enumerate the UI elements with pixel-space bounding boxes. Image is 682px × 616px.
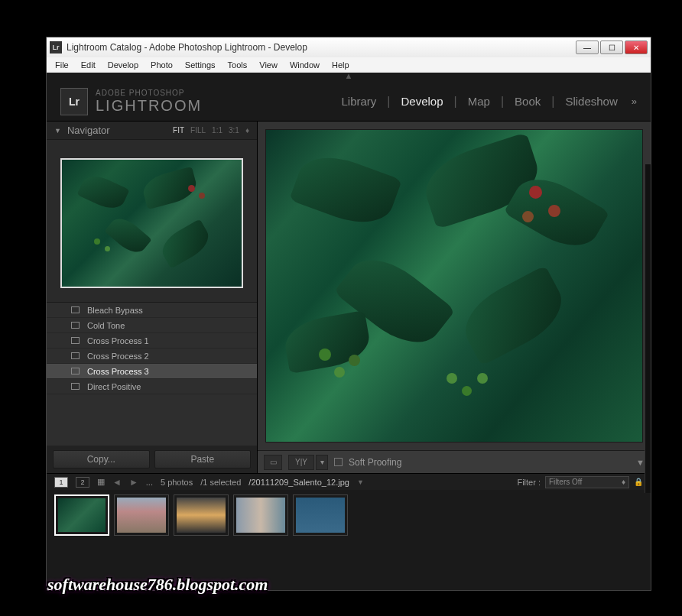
menu-window[interactable]: Window [284,59,325,71]
preset-icon [71,337,80,344]
preset-label: Bleach Bypass [87,306,143,315]
menu-develop[interactable]: Develop [102,59,144,71]
filmstrip[interactable] [47,490,651,540]
menu-settings[interactable]: Settings [180,59,221,71]
module-library[interactable]: Library [336,95,381,108]
zoom-more-icon[interactable]: ♦ [245,126,249,135]
filmstrip-thumb[interactable] [233,494,288,536]
brand-subtitle: ADOBE PHOTOSHOP [96,89,202,97]
menu-view[interactable]: View [254,59,283,71]
compare-button[interactable]: Y|Y [288,455,314,470]
selected-count: /1 selected [200,478,241,487]
module-picker: Library | Develop | Map | Book | Slidesh… [336,95,637,109]
center-panel: ▭ Y|Y ▾ Soft Proofing ▼ [258,122,651,473]
copy-paste-bar: Copy... Paste [47,446,257,473]
right-panel-toggle[interactable] [645,164,651,493]
module-map[interactable]: Map [463,95,495,108]
collapse-icon: ▼ [54,127,61,135]
module-slideshow[interactable]: Slideshow [560,95,622,108]
menu-help[interactable]: Help [326,59,355,71]
photo-count: 5 photos [161,478,193,487]
navigator-title: Navigator [67,125,110,136]
preset-label: Cross Process 3 [87,367,149,376]
preset-item[interactable]: Cross Process 2 [47,349,257,364]
compare-group: Y|Y ▾ [288,455,328,470]
window-controls: — ☐ ✕ [576,41,648,54]
brand-text: ADOBE PHOTOSHOP LIGHTROOM [96,89,202,115]
preset-item[interactable]: Cold Tone [47,318,257,333]
navigator-preview[interactable] [60,158,243,288]
filter-dropdown-icon: ♦ [622,478,625,486]
top-panel-toggle[interactable]: ▲ [47,73,651,82]
titlebar: Lr Lightroom Catalog - Adobe Photoshop L… [47,37,651,57]
menu-edit[interactable]: Edit [76,59,101,71]
preset-icon [71,352,80,359]
preset-icon [71,368,80,374]
preset-label: Cold Tone [87,321,125,330]
identity-plate: Lr ADOBE PHOTOSHOP LIGHTROOM Library | D… [47,82,651,122]
preset-icon [71,322,80,329]
grid-icon[interactable]: ▦ [97,477,105,487]
left-panel: ▼ Navigator FIT FILL 1:1 3:1 ♦ [47,122,258,473]
toolbar-expand-icon[interactable]: ▼ [636,458,645,467]
workspace: ▲ Lr ADOBE PHOTOSHOP LIGHTROOM Library |… [47,73,651,590]
screen-2-button[interactable]: 2 [76,477,89,488]
filmstrip-thumb[interactable] [293,494,348,536]
filmstrip-thumb[interactable] [174,494,229,536]
menubar: File Edit Develop Photo Settings Tools V… [47,57,651,73]
menu-photo[interactable]: Photo [145,59,178,71]
zoom-fill[interactable]: FILL [190,126,206,135]
soft-proofing-checkbox[interactable] [334,458,343,466]
filmstrip-thumb[interactable] [54,494,109,536]
nav-ellipsis: ... [146,478,153,487]
close-button[interactable]: ✕ [625,41,648,54]
soft-proofing-label: Soft Proofing [349,457,401,468]
preset-item[interactable]: Direct Positive [47,379,257,394]
main-image-view[interactable] [265,129,643,443]
zoom-11[interactable]: 1:1 [212,126,222,135]
copy-button[interactable]: Copy... [53,450,150,468]
menu-tools[interactable]: Tools [222,59,253,71]
module-more-icon[interactable]: » [628,96,637,107]
filter-select[interactable]: Filters Off ♦ [545,476,629,488]
preset-item[interactable]: Bleach Bypass [47,303,257,318]
preset-label: Cross Process 1 [87,336,149,345]
filter-label: Filter : [517,478,541,487]
navigator-zoom: FIT FILL 1:1 3:1 ♦ [173,126,249,135]
filter-lock-icon[interactable]: 🔒 [634,478,643,486]
nav-next-icon[interactable]: ► [129,477,138,488]
window-title: Lightroom Catalog - Adobe Photoshop Ligh… [67,42,571,53]
preset-item[interactable]: Cross Process 3 [47,364,257,379]
app-window: Lr Lightroom Catalog - Adobe Photoshop L… [46,37,651,591]
presets-list: Bleach Bypass Cold Tone Cross Process 1 … [47,302,257,446]
module-book[interactable]: Book [510,95,545,108]
lr-badge-icon: Lr [60,88,88,115]
preset-label: Direct Positive [87,382,141,391]
current-filename[interactable]: /20111209_Salento_12.jpg [248,478,349,487]
filter-value: Filters Off [549,478,582,486]
preset-icon [71,306,80,313]
develop-toolbar: ▭ Y|Y ▾ Soft Proofing ▼ [258,450,651,473]
main-area: ▼ Navigator FIT FILL 1:1 3:1 ♦ [47,122,651,473]
brand-title: LIGHTROOM [96,97,202,115]
minimize-button[interactable]: — [576,41,599,54]
compare-dropdown-icon[interactable]: ▾ [316,455,328,470]
navigator-header[interactable]: ▼ Navigator FIT FILL 1:1 3:1 ♦ [47,122,257,140]
preset-item[interactable]: Cross Process 1 [47,333,257,349]
preset-label: Cross Process 2 [87,352,149,361]
nav-prev-icon[interactable]: ◄ [112,477,122,488]
screen-1-button[interactable]: 1 [54,477,68,488]
zoom-31[interactable]: 3:1 [229,126,239,135]
maximize-button[interactable]: ☐ [600,41,623,54]
filmstrip-info-bar: 1 2 ▦ ◄ ► ... 5 photos /1 selected /2011… [47,473,651,490]
module-develop[interactable]: Develop [396,95,447,108]
filter-controls: Filter : Filters Off ♦ 🔒 [517,476,643,488]
menu-file[interactable]: File [50,59,74,71]
zoom-fit[interactable]: FIT [173,126,184,135]
paste-button[interactable]: Paste [154,450,252,468]
filename-dropdown-icon[interactable]: ▼ [357,478,364,486]
loupe-view-button[interactable]: ▭ [264,455,282,470]
watermark-text: softwarehouse786.blogspot.com [47,575,268,595]
app-icon: Lr [50,41,62,53]
filmstrip-thumb[interactable] [114,494,169,536]
